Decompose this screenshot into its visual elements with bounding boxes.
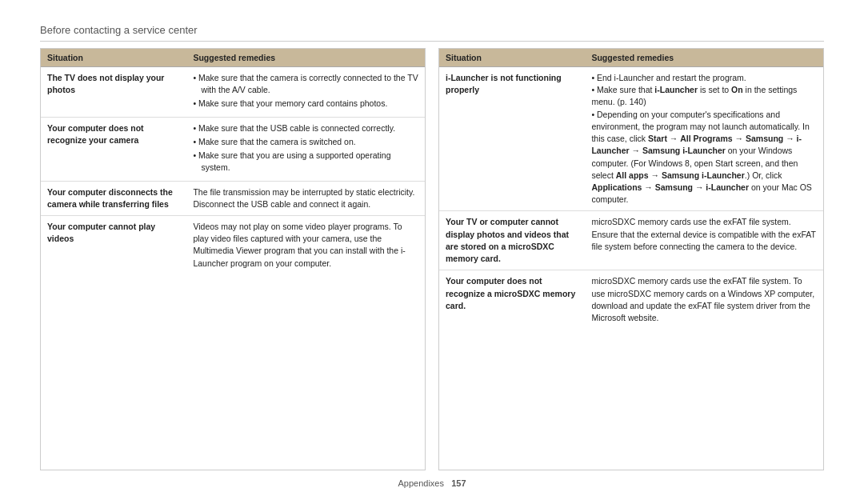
left-table: Situation Suggested remedies The TV does… [41, 49, 425, 274]
remedy-list: Make sure that the camera is correctly c… [193, 72, 418, 110]
left-col1-header: Situation [41, 49, 186, 67]
table-row: Your computer does not recognize your ca… [41, 117, 425, 181]
table-row: The TV does not display your photos Make… [41, 67, 425, 118]
situation-cell: Your computer does not recognize your ca… [41, 117, 186, 181]
list-item: Make sure that you are using a supported… [193, 150, 418, 174]
remedy-cell: microSDXC memory cards use the exFAT fil… [585, 211, 823, 270]
table-row: Your computer does not recognize a micro… [439, 270, 823, 329]
situation-cell: Your computer does not recognize a micro… [439, 270, 585, 329]
left-table-wrapper: Situation Suggested remedies The TV does… [40, 48, 426, 470]
table-row: Your TV or computer cannot display photo… [439, 211, 823, 270]
page: Before contacting a service center Situa… [0, 0, 864, 504]
list-item: Make sure that the camera is correctly c… [193, 72, 418, 96]
right-col1-header: Situation [439, 49, 585, 67]
situation-cell: The TV does not display your photos [41, 67, 186, 118]
remedy-list: Make sure that the USB cable is connecte… [193, 122, 418, 174]
list-item: Make sure that the camera is switched on… [193, 136, 418, 148]
right-table-wrapper: Situation Suggested remedies i-Launcher … [438, 48, 824, 470]
situation-cell: Your computer cannot play videos [41, 215, 186, 274]
list-item: Make sure that your memory card contains… [193, 98, 418, 110]
page-title: Before contacting a service center [40, 24, 824, 42]
footer-label: Appendixes [398, 478, 444, 488]
right-col2-header: Suggested remedies [585, 49, 823, 67]
remedy-cell: The file transmission may be interrupted… [186, 181, 425, 215]
situation-cell: Your computer disconnects the camera whi… [41, 181, 186, 215]
list-item: Make sure that the USB cable is connecte… [193, 122, 418, 134]
footer: Appendixes 157 [40, 478, 824, 488]
situation-cell: Your TV or computer cannot display photo… [439, 211, 585, 270]
table-row: Your computer cannot play videos Videos … [41, 215, 425, 274]
remedy-cell: Videos may not play on some video player… [186, 215, 425, 274]
remedy-cell: Make sure that the USB cable is connecte… [186, 117, 425, 181]
table-row: Your computer disconnects the camera whi… [41, 181, 425, 215]
remedy-cell: • End i-Launcher and restart the program… [585, 67, 823, 211]
left-col2-header: Suggested remedies [186, 49, 425, 67]
table-row: i-Launcher is not functioning properly •… [439, 67, 823, 211]
tables-row: Situation Suggested remedies The TV does… [40, 48, 824, 470]
remedy-cell: Make sure that the camera is correctly c… [186, 67, 425, 118]
right-table: Situation Suggested remedies i-Launcher … [439, 49, 823, 329]
remedy-cell: microSDXC memory cards use the exFAT fil… [585, 270, 823, 329]
situation-cell: i-Launcher is not functioning properly [439, 67, 585, 211]
page-number: 157 [451, 478, 466, 488]
